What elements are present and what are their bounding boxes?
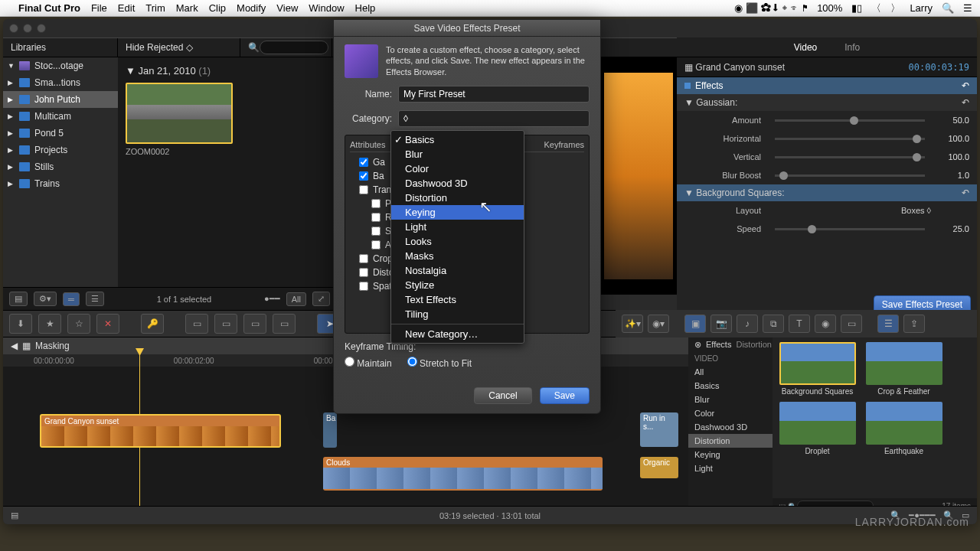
collapse-icon[interactable]: ⤢	[312, 292, 330, 306]
attr-checkbox[interactable]	[359, 282, 368, 291]
attr-checkbox[interactable]	[359, 254, 368, 263]
dropdown-option[interactable]: Masks	[391, 249, 524, 263]
stretch-radio[interactable]: Stretch to Fit	[407, 357, 472, 369]
dropdown-option[interactable]: Text Effects	[391, 292, 524, 307]
fx-cat[interactable]: Basics	[688, 379, 773, 393]
retime-icon[interactable]: ◉▾	[648, 315, 669, 333]
layout-select[interactable]: Boxes ◊	[901, 206, 931, 215]
append-icon[interactable]: ▭	[243, 314, 266, 334]
generators-icon[interactable]: ◉	[815, 315, 836, 333]
timeline-index-icon[interactable]: ☰	[877, 315, 899, 333]
menu-trim[interactable]: Trim	[145, 2, 165, 14]
app-name[interactable]: Final Cut Pro	[18, 2, 80, 14]
nav-fwd-icon[interactable]: 〉	[890, 2, 900, 15]
menu-edit[interactable]: Edit	[118, 2, 135, 14]
music-icon[interactable]: ♪	[737, 315, 758, 333]
dropdown-new-category[interactable]: New Category…	[391, 327, 524, 341]
amount-slider[interactable]	[775, 119, 925, 122]
browser-search[interactable]	[260, 41, 328, 54]
dropdown-option[interactable]: Dashwood 3D	[391, 176, 524, 191]
menubar-status-icons[interactable]: ◉ ⬛ ✿ ⬇ ◈ ᯤ ⚑	[734, 2, 808, 14]
transitions-icon[interactable]: ⧉	[763, 315, 784, 333]
attr-checkbox[interactable]	[359, 268, 368, 277]
import-icon[interactable]: ⬇	[9, 314, 32, 334]
dropdown-option[interactable]: Keying	[391, 205, 524, 220]
attr-checkbox[interactable]	[359, 158, 368, 167]
timeline-clip[interactable]: Clouds	[323, 457, 603, 491]
keyword-icon[interactable]: 🔑	[141, 314, 164, 334]
bgsquares-header[interactable]: Background Squares:	[696, 187, 784, 198]
hide-rejected[interactable]: Hide Rejected ◇	[126, 42, 193, 53]
notification-icon[interactable]: ☰	[963, 2, 972, 14]
attr-checkbox[interactable]	[359, 171, 368, 181]
dropdown-option[interactable]: Stylize	[391, 278, 524, 292]
fx-cat[interactable]: Keying	[688, 448, 773, 461]
fx-cat[interactable]: All	[688, 365, 773, 379]
library-item[interactable]: ▶Stills	[3, 158, 118, 175]
preset-name-input[interactable]	[398, 86, 590, 103]
dropdown-option[interactable]: Color	[391, 161, 524, 176]
favorite-icon[interactable]: ★	[38, 314, 61, 334]
maintain-radio[interactable]: Maintain	[345, 357, 392, 369]
clip-thumbnail[interactable]	[126, 83, 233, 144]
fx-item[interactable]: Droplet	[777, 402, 858, 455]
attr-checkbox[interactable]	[371, 213, 381, 222]
dropdown-option[interactable]: Distortion	[391, 191, 524, 205]
save-button[interactable]: Save	[540, 387, 590, 404]
library-item[interactable]: ▶John Putch	[3, 91, 118, 108]
fx-item[interactable]: Crop & Feather	[864, 342, 944, 396]
menu-window[interactable]: Window	[309, 2, 344, 14]
library-item[interactable]: ▶Projects	[3, 142, 118, 158]
speed-slider[interactable]	[775, 228, 925, 230]
timeline-clip[interactable]: Grand Canyon sunset	[40, 414, 281, 448]
filter-all[interactable]: All	[286, 292, 306, 306]
nav-back-icon[interactable]: 〈	[871, 2, 881, 15]
attr-checkbox[interactable]	[371, 199, 381, 208]
dropdown-option[interactable]: Light	[391, 220, 524, 234]
menu-view[interactable]: View	[276, 2, 298, 14]
tab-video[interactable]: Video	[788, 39, 823, 56]
photos-icon[interactable]: 📷	[710, 315, 732, 333]
menu-clip[interactable]: Clip	[209, 2, 226, 14]
dropdown-option[interactable]: Basics	[391, 132, 524, 147]
settings-icon[interactable]: ⚙▾	[34, 292, 57, 306]
blurboost-slider[interactable]	[775, 174, 925, 177]
dropdown-option[interactable]: Tiling	[391, 307, 524, 321]
fx-cat[interactable]: Color	[688, 406, 773, 420]
view-filmstrip[interactable]: ═	[63, 292, 80, 306]
attr-checkbox[interactable]	[359, 185, 368, 194]
themes-icon[interactable]: ▭	[841, 315, 862, 333]
menu-mark[interactable]: Mark	[176, 2, 198, 14]
library-item[interactable]: ▶Sma...tions	[3, 74, 118, 91]
user-name[interactable]: Larry	[910, 2, 933, 14]
timeline-back-icon[interactable]: ◀	[11, 341, 18, 351]
timeline-clip[interactable]: Organic	[640, 457, 678, 478]
dropdown-option[interactable]: Nostalgia	[391, 263, 524, 278]
fx-cat[interactable]: Light	[688, 461, 773, 475]
timeline-clip[interactable]: Run in s...	[640, 412, 678, 447]
insert-icon[interactable]: ▭	[214, 314, 237, 334]
titles-icon[interactable]: T	[789, 315, 810, 333]
menu-help[interactable]: Help	[355, 2, 376, 14]
effects-browser-icon[interactable]: ▣	[684, 315, 706, 333]
library-item[interactable]: ▶Multicam	[3, 108, 118, 125]
unfavorite-icon[interactable]: ☆	[67, 314, 90, 334]
library-item[interactable]: ▶Trains	[3, 175, 118, 192]
menu-file[interactable]: File	[91, 2, 107, 14]
library-root[interactable]: ▼Stoc...otage	[3, 57, 118, 74]
window-controls[interactable]	[9, 24, 46, 33]
spotlight-icon[interactable]: 🔍	[942, 2, 954, 14]
dropdown-option[interactable]: Blur	[391, 147, 524, 161]
library-item[interactable]: ▶Pond 5	[3, 125, 118, 142]
tab-info[interactable]: Info	[838, 39, 866, 56]
menu-modify[interactable]: Modify	[237, 2, 266, 14]
view-list[interactable]: ☰	[86, 292, 104, 306]
fx-item[interactable]: Background Squares	[777, 342, 858, 396]
dropdown-option[interactable]: Looks	[391, 234, 524, 249]
vertical-slider[interactable]	[775, 156, 925, 158]
filmstrip-icon[interactable]: ▤	[9, 292, 28, 306]
cancel-button[interactable]: Cancel	[474, 387, 531, 404]
share-icon[interactable]: ⇪	[903, 315, 925, 333]
attr-checkbox[interactable]	[371, 227, 381, 236]
timeline-clip[interactable]: Ba	[323, 412, 337, 448]
